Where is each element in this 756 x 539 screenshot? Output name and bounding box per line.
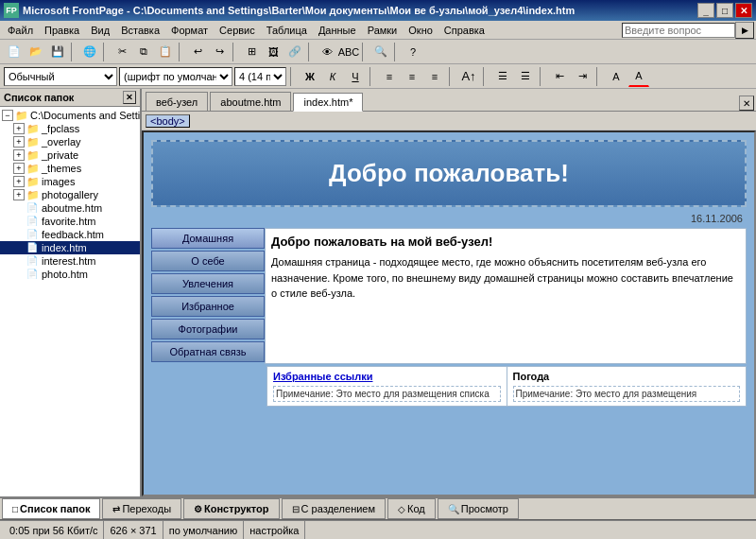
- bottom-tab-folders[interactable]: □ Список папок: [2, 498, 100, 519]
- tree-toggle-fpclass[interactable]: +: [13, 123, 25, 134]
- menu-help[interactable]: Справка: [438, 23, 490, 38]
- copy-button[interactable]: ⧉: [133, 42, 154, 62]
- save-button[interactable]: 💾: [47, 42, 68, 62]
- tree-item-overlay[interactable]: + 📁 _overlay: [0, 135, 140, 148]
- tree-item-images[interactable]: + 📁 images: [0, 175, 140, 188]
- cut-button[interactable]: ✂: [112, 42, 132, 62]
- minimize-button[interactable]: _: [697, 3, 714, 18]
- toolbar-sep-2: [103, 43, 109, 61]
- bottom-tab-constructor[interactable]: ⚙ Конструктор: [183, 498, 279, 519]
- nav-home[interactable]: Домашняя: [151, 228, 265, 249]
- menu-file[interactable]: Файл: [2, 23, 39, 38]
- tab-webnode[interactable]: веб-узел: [146, 92, 208, 111]
- bold-button[interactable]: Ж: [300, 66, 320, 87]
- tree-item-favorite[interactable]: 📄 favorite.htm: [0, 215, 140, 228]
- nav-photos[interactable]: Фотографии: [151, 319, 265, 339]
- insert-table-button[interactable]: ⊞: [241, 42, 262, 62]
- tree-toggle-overlay[interactable]: +: [13, 136, 25, 148]
- menu-data[interactable]: Данные: [313, 23, 362, 38]
- tree-toggle-private[interactable]: +: [13, 149, 25, 161]
- menu-edit[interactable]: Правка: [39, 23, 85, 38]
- indent-button[interactable]: ⇥: [572, 66, 593, 87]
- tree-item-private[interactable]: + 📁 _private: [0, 148, 140, 162]
- list-ordered[interactable]: ☰: [515, 66, 536, 87]
- tree-root[interactable]: − 📁 C:\Documents and Setti: [0, 109, 140, 122]
- close-button[interactable]: ✕: [735, 3, 752, 18]
- size-select[interactable]: 4 (14 пт): [234, 67, 286, 86]
- nav-hobbies[interactable]: Увлечения: [151, 273, 265, 294]
- maximize-button[interactable]: □: [716, 3, 733, 18]
- menu-window[interactable]: Окно: [403, 23, 438, 38]
- tab-index[interactable]: index.htm*: [293, 93, 363, 112]
- align-center-button[interactable]: ≡: [402, 66, 422, 87]
- underline-button[interactable]: Ч: [345, 66, 366, 87]
- file-icon-aboutme: 📄: [26, 202, 40, 214]
- bottom-tab-split[interactable]: ⊟ С разделением: [282, 498, 387, 519]
- nav-about[interactable]: О себе: [151, 251, 265, 271]
- open-button[interactable]: 📂: [26, 42, 46, 62]
- redo-button[interactable]: ↪: [209, 42, 230, 62]
- publish-button[interactable]: 🌐: [79, 42, 100, 62]
- tree-label-overlay: _overlay: [42, 136, 81, 148]
- new-button[interactable]: 📄: [4, 42, 25, 62]
- align-left-button[interactable]: ≡: [379, 66, 400, 87]
- preview-button[interactable]: 👁: [317, 42, 337, 62]
- folder-icon-overlay: 📁: [26, 136, 40, 148]
- italic-button[interactable]: К: [322, 66, 343, 87]
- editor-area: веб-узел aboutme.htm index.htm* ✕ <body>…: [142, 89, 756, 496]
- menu-table[interactable]: Таблица: [261, 23, 313, 38]
- folder-panel-close-btn[interactable]: ✕: [123, 91, 136, 104]
- content-grid: Домашняя О себе Увлечения Избранное Фото: [151, 228, 747, 364]
- nav-favorites[interactable]: Избранное: [151, 296, 265, 317]
- spell-button[interactable]: ABC: [338, 42, 359, 62]
- bottom-tab-preview[interactable]: 🔍 Просмотр: [438, 498, 519, 519]
- bottom-tab-code[interactable]: ◇ Код: [387, 498, 436, 519]
- tree-item-themes[interactable]: + 📁 _themes: [0, 162, 140, 175]
- menu-service[interactable]: Сервис: [214, 23, 261, 38]
- tab-close-all-button[interactable]: ✕: [739, 96, 754, 111]
- tree-toggle-images[interactable]: +: [13, 176, 25, 187]
- help-button[interactable]: ?: [403, 42, 423, 62]
- tree-toggle-root[interactable]: −: [2, 110, 13, 121]
- nav-tab-icon: ⇄: [112, 504, 120, 514]
- tree-toggle-photogallery[interactable]: +: [13, 189, 25, 200]
- font-select[interactable]: (шрифт по умолчанию): [119, 67, 232, 86]
- path-tag[interactable]: <body>: [146, 114, 190, 128]
- links-heading-link[interactable]: Избранные ссылки: [273, 371, 372, 382]
- insert-image-button[interactable]: 🖼: [263, 42, 284, 62]
- help-search-input[interactable]: [622, 23, 735, 38]
- tree-item-aboutme[interactable]: 📄 aboutme.htm: [0, 201, 140, 215]
- menu-frames[interactable]: Рамки: [362, 23, 404, 38]
- menu-view[interactable]: Вид: [85, 23, 115, 38]
- find-button[interactable]: 🔍: [370, 42, 391, 62]
- menu-format[interactable]: Формат: [165, 23, 214, 38]
- tree-item-photo[interactable]: 📄 photo.htm: [0, 268, 140, 281]
- bottom-col-links: Избранные ссылки Примечание: Это место д…: [267, 367, 507, 406]
- outdent-button[interactable]: ⇤: [549, 66, 570, 87]
- status-size-text: 626 × 371: [110, 525, 156, 536]
- toolbar-sep-4: [232, 43, 238, 61]
- tree-item-feedback[interactable]: 📄 feedback.htm: [0, 228, 140, 241]
- help-search-button[interactable]: ▶: [735, 22, 754, 39]
- tree-item-fpclass[interactable]: + 📁 _fpclass: [0, 122, 140, 135]
- toolbar-sep-7: [394, 43, 400, 61]
- menu-insert[interactable]: Вставка: [115, 23, 165, 38]
- tree-item-photogallery[interactable]: + 📁 photogallery: [0, 188, 140, 201]
- path-bar: <body>: [142, 112, 756, 130]
- paste-button[interactable]: 📋: [155, 42, 176, 62]
- undo-button[interactable]: ↩: [187, 42, 208, 62]
- font-size-increase[interactable]: A↑: [458, 66, 479, 87]
- nav-feedback[interactable]: Обратная связь: [151, 341, 265, 362]
- tab-aboutme[interactable]: aboutme.htm: [210, 92, 291, 111]
- tree-item-index[interactable]: 📄 index.htm: [0, 241, 140, 254]
- tree-item-interest[interactable]: 📄 interest.htm: [0, 254, 140, 268]
- fmt-sep-5: [540, 67, 545, 86]
- style-select[interactable]: Обычный: [4, 67, 117, 86]
- highlight-button[interactable]: A: [606, 66, 627, 87]
- tree-toggle-themes[interactable]: +: [13, 163, 25, 174]
- font-color-button[interactable]: A: [628, 66, 649, 87]
- bottom-tab-nav[interactable]: ⇄ Переходы: [102, 498, 181, 519]
- list-unordered[interactable]: ☰: [492, 66, 513, 87]
- align-right-button[interactable]: ≡: [424, 66, 445, 87]
- insert-link-button[interactable]: 🔗: [284, 42, 305, 62]
